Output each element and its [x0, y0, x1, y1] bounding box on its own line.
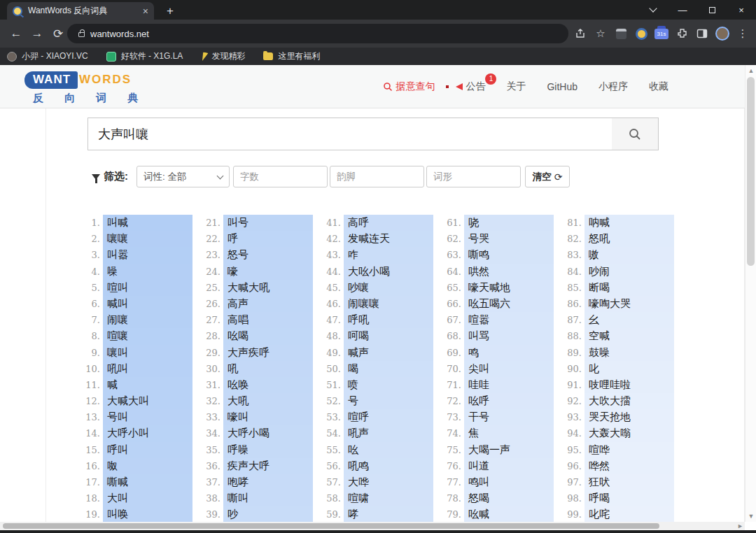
result-word[interactable]: 叫号 [223, 215, 313, 231]
result-word[interactable]: 大呼小叫 [103, 425, 192, 441]
result-word[interactable]: 吆喊 [464, 506, 554, 523]
wantwords-logo[interactable]: WANTWORDS 反 向 词 典 [24, 71, 148, 105]
result-word[interactable]: 发喊连天 [344, 231, 433, 247]
menu-dots-icon[interactable]: ⋮ [735, 26, 750, 41]
bookmark-item[interactable]: 这里有福利 [263, 50, 320, 62]
result-word[interactable]: 咋 [344, 247, 433, 263]
result-word[interactable]: 尖叫 [464, 361, 554, 377]
result-word[interactable]: 焦 [464, 425, 554, 441]
result-word[interactable]: 呐喊 [584, 215, 674, 231]
result-word[interactable]: 鼓噪 [584, 345, 674, 361]
horizontal-scrollbar[interactable]: ► [0, 522, 745, 530]
result-word[interactable]: 大声疾呼 [223, 345, 313, 361]
result-word[interactable]: 喧呼 [344, 409, 433, 425]
result-word[interactable]: 嘶叫 [223, 490, 313, 506]
profile-avatar[interactable] [715, 26, 730, 41]
browser-tab[interactable]: WantWords 反向词典 × [7, 2, 154, 20]
bookmark-item[interactable]: 好软件 - X1G.LA [106, 50, 183, 62]
bookmark-item[interactable]: 小羿 - XIAOYI.VC [7, 50, 88, 62]
result-word[interactable]: 喧哗 [584, 442, 674, 458]
result-word[interactable]: 号哭 [464, 231, 554, 247]
bookmark-item[interactable]: 发现精彩 [201, 50, 245, 62]
search-input[interactable] [88, 118, 612, 150]
result-word[interactable]: 高声 [223, 296, 313, 312]
result-word[interactable]: 叱咤 [584, 506, 674, 523]
extension-circle-icon[interactable] [634, 26, 649, 41]
vertical-scrollbar[interactable]: ▲ ▼ [745, 65, 756, 522]
back-icon[interactable]: ← [6, 27, 27, 41]
result-word[interactable]: 大哗 [344, 474, 433, 490]
result-word[interactable]: 嗷 [584, 247, 674, 263]
result-word[interactable]: 呼叫 [103, 442, 192, 458]
result-word[interactable]: 嚷嚷 [103, 231, 192, 247]
result-word[interactable]: 喊 [103, 377, 192, 393]
result-word[interactable]: 怒喝 [464, 490, 554, 506]
result-word[interactable]: 哇哇 [464, 377, 554, 393]
result-word[interactable]: 呵喝 [344, 328, 433, 344]
result-word[interactable]: 嚎啕大哭 [584, 296, 674, 312]
result-word[interactable]: 狂吠 [584, 474, 674, 490]
nav-github[interactable]: GitHub [547, 81, 578, 92]
result-word[interactable]: 叫嚣 [103, 247, 192, 263]
result-word[interactable]: 呶 [103, 458, 192, 474]
scroll-right-icon[interactable]: ► [737, 522, 743, 530]
result-word[interactable]: 大吼 [223, 393, 313, 409]
result-word[interactable]: 吆五喝六 [464, 296, 554, 312]
result-word[interactable]: 大喊大叫 [103, 393, 192, 409]
result-word[interactable]: 高唱 [223, 312, 313, 328]
result-word[interactable]: 哮 [344, 506, 433, 523]
pos-filter-select[interactable]: 词性: 全部 [136, 166, 230, 187]
result-word[interactable]: 断喝 [584, 280, 674, 296]
forward-icon[interactable]: → [27, 27, 48, 41]
result-word[interactable]: 号叫 [103, 409, 192, 425]
result-word[interactable]: 喧嚷 [103, 328, 192, 344]
vertical-scroll-thumb[interactable] [747, 77, 755, 266]
bookmark-star-icon[interactable]: ☆ [593, 26, 608, 41]
scroll-down-icon[interactable]: ▼ [746, 513, 756, 520]
share-icon[interactable] [573, 26, 588, 41]
result-word[interactable]: 喧嚣 [464, 312, 554, 328]
tab-close-icon[interactable]: × [143, 6, 148, 17]
minimize-button[interactable]: — [668, 0, 697, 20]
result-word[interactable]: 哄然 [464, 264, 554, 280]
result-word[interactable]: 疾声大呼 [223, 458, 313, 474]
result-word[interactable]: 吼鸣 [344, 458, 433, 474]
result-word[interactable]: 叫唤 [103, 506, 192, 523]
result-word[interactable]: 吵 [223, 506, 313, 523]
result-word[interactable]: 空喊 [584, 328, 674, 344]
result-word[interactable]: 吆呼 [464, 393, 554, 409]
result-word[interactable]: 喊声 [344, 345, 433, 361]
address-bar[interactable]: wantwords.net [67, 24, 568, 43]
scroll-up-icon[interactable]: ▲ [746, 67, 756, 74]
result-word[interactable]: 叫骂 [464, 328, 554, 344]
result-word[interactable]: 嚎 [223, 264, 313, 280]
result-word[interactable]: 哓 [464, 215, 554, 231]
length-filter-input[interactable] [233, 166, 328, 187]
shape-filter-input[interactable] [426, 166, 521, 187]
result-word[interactable]: 咆哮 [223, 474, 313, 490]
nav-about[interactable]: 关于 [506, 80, 526, 93]
result-word[interactable]: 吆 [344, 442, 433, 458]
result-word[interactable]: 幺 [584, 312, 674, 328]
result-word[interactable]: 闹嚷 [103, 312, 192, 328]
result-word[interactable]: 吼声 [344, 425, 433, 441]
horizontal-scroll-thumb[interactable] [3, 523, 659, 529]
result-word[interactable]: 大吆小喝 [344, 264, 433, 280]
result-word[interactable]: 喝 [344, 361, 433, 377]
refresh-icon[interactable]: ⟳ [48, 27, 69, 41]
result-word[interactable]: 叫喊 [103, 215, 192, 231]
result-word[interactable]: 大呼小喝 [223, 425, 313, 441]
result-word[interactable]: 闹嚷嚷 [344, 296, 433, 312]
result-word[interactable]: 吆唤 [223, 377, 313, 393]
result-word[interactable]: 哗然 [584, 458, 674, 474]
result-word[interactable]: 大喝一声 [464, 442, 554, 458]
result-word[interactable]: 噪 [103, 264, 192, 280]
result-word[interactable]: 吵嚷 [344, 280, 433, 296]
extension-icon[interactable] [613, 26, 629, 41]
result-word[interactable]: 喊叫 [103, 296, 192, 312]
result-word[interactable]: 呼喝 [584, 490, 674, 506]
result-word[interactable]: 嘶喊 [103, 474, 192, 490]
extensions-puzzle-icon[interactable] [674, 26, 690, 41]
result-word[interactable]: 叫道 [464, 458, 554, 474]
result-word[interactable]: 鸣 [464, 345, 554, 361]
